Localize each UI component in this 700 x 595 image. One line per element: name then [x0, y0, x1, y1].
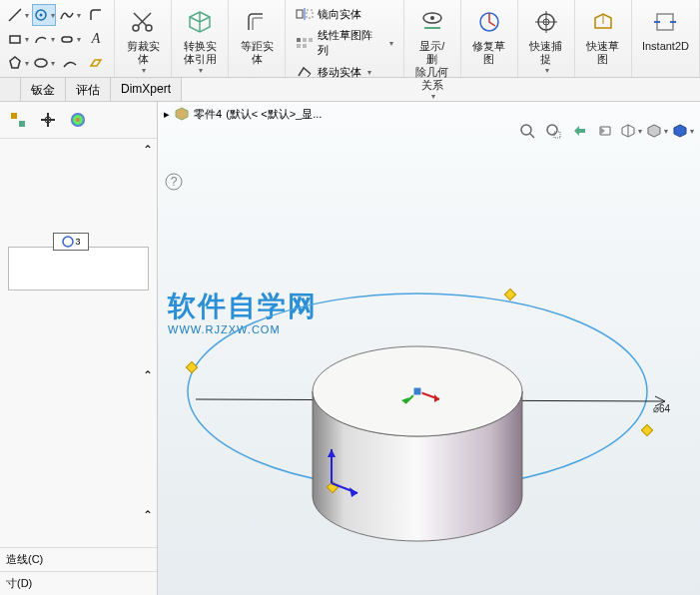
circle-dim-icon — [61, 235, 75, 249]
sketch-handle[interactable] — [641, 424, 652, 435]
svg-line-0 — [9, 9, 21, 21]
svg-rect-18 — [303, 44, 307, 48]
polygon-tool[interactable]: ▾ — [6, 52, 30, 74]
slot-tool[interactable]: ▾ — [58, 28, 82, 50]
svg-marker-5 — [10, 57, 20, 68]
svg-rect-12 — [307, 10, 313, 18]
rapid-sketch-icon — [587, 6, 619, 38]
target-icon — [530, 6, 562, 38]
offset-icon — [241, 6, 273, 38]
tab-dimxpert[interactable]: DimXpert — [111, 78, 182, 101]
svg-point-2 — [40, 14, 43, 17]
rectangle-tool[interactable]: ▾ — [6, 28, 30, 50]
property-manager-icon[interactable] — [36, 108, 60, 132]
inch-option[interactable]: 寸(D) — [0, 571, 157, 595]
scissors-icon — [127, 6, 159, 38]
ribbon: ▾ ▾ ▾ ▾ ▾ ▾ A ▾ ▾ 剪裁实 体 ▾ — [0, 0, 700, 78]
sketch-tools-group: ▾ ▾ ▾ ▾ ▾ ▾ A ▾ ▾ — [0, 0, 115, 77]
tab-evaluate[interactable]: 评估 — [66, 78, 111, 101]
feature-manager-panel: ⌃ 3 ⌃ ⌃ 造线(C) 寸(D) — [0, 102, 158, 595]
feature-tree-icon[interactable] — [6, 108, 30, 132]
move-entities-button[interactable]: 移动实体▾ — [292, 62, 397, 82]
selection-box[interactable] — [8, 247, 149, 291]
graphics-viewport[interactable]: ▸ 零件4 (默认< <默认>_显... ▾ ▾ ▾ ? 软件自学网 WWW.R… — [158, 102, 700, 595]
tab-hidden[interactable] — [0, 78, 21, 101]
mirror-icon — [296, 6, 314, 22]
move-icon — [296, 64, 314, 80]
eye-relation-icon — [416, 6, 448, 38]
repair-sketch-button[interactable]: 修复草 图 — [465, 2, 513, 70]
svg-point-20 — [430, 16, 434, 20]
svg-rect-31 — [19, 121, 25, 127]
svg-rect-16 — [309, 38, 313, 42]
instant2d-button[interactable]: Instant2D — [636, 2, 695, 57]
convert-entities-button[interactable]: 转换实 体引用 ▾ — [176, 2, 224, 79]
sketch-handle[interactable] — [504, 289, 515, 299]
svg-rect-3 — [10, 36, 20, 43]
panel-icon-row — [0, 102, 157, 139]
main-area: ⌃ 3 ⌃ ⌃ 造线(C) 寸(D) ▸ 零件4 (默认< <默认>_显... — [0, 102, 700, 595]
svg-rect-15 — [303, 38, 307, 42]
line-tool[interactable]: ▾ — [6, 4, 30, 26]
svg-point-6 — [35, 59, 47, 67]
ellipse-tool[interactable]: ▾ — [32, 52, 56, 74]
fillet-tool[interactable] — [84, 4, 108, 26]
linear-pattern-button[interactable]: 线性草图阵列▾ — [292, 26, 397, 60]
offset-entities-button[interactable]: 等距实 体 — [233, 2, 281, 70]
rapid-sketch-button[interactable]: 快速草 图 — [579, 2, 627, 70]
model-scene — [158, 102, 700, 595]
circle-tool[interactable]: ▾ — [32, 4, 56, 26]
panel-body: ⌃ 3 ⌃ ⌃ — [0, 139, 157, 547]
quick-snap-button[interactable]: 快速捕 捉 ▾ — [522, 2, 570, 79]
svg-rect-4 — [62, 37, 72, 42]
arc-tool[interactable]: ▾ — [32, 28, 56, 50]
chevron-down-icon: ▾ — [142, 66, 146, 75]
dimension-value[interactable]: ⌀64 — [653, 403, 670, 414]
construction-line-option[interactable]: 造线(C) — [0, 547, 157, 571]
appearance-icon[interactable] — [66, 108, 90, 132]
svg-point-36 — [63, 237, 73, 247]
trim-entities-button[interactable]: 剪裁实 体 ▾ — [119, 2, 167, 79]
trim-group: 剪裁实 体 ▾ — [115, 0, 172, 77]
point-tool[interactable] — [58, 52, 82, 74]
dimension-badge[interactable]: 3 — [53, 233, 89, 251]
svg-point-35 — [71, 113, 85, 127]
text-tool[interactable]: A — [84, 28, 108, 50]
tab-sheet-metal[interactable]: 钣金 — [21, 78, 66, 101]
mirror-entities-button[interactable]: 镜向实体 — [292, 4, 397, 24]
plane-tool[interactable] — [84, 52, 108, 74]
collapse-icon-2[interactable]: ⌃ — [143, 368, 153, 382]
trim-label: 剪裁实 体 — [127, 40, 160, 66]
cube-icon — [184, 6, 216, 38]
display-relations-button[interactable]: 显示/删 除几何 关系 ▾ — [408, 2, 456, 105]
repair-icon — [473, 6, 505, 38]
instant2d-icon — [649, 6, 681, 38]
collapse-icon[interactable]: ⌃ — [143, 143, 153, 157]
svg-rect-50 — [413, 387, 421, 395]
svg-rect-30 — [11, 113, 17, 119]
svg-rect-14 — [297, 38, 301, 42]
spline-tool[interactable]: ▾ — [58, 4, 82, 26]
sketch-handle[interactable] — [186, 361, 197, 372]
svg-rect-11 — [297, 10, 303, 18]
collapse-icon-3[interactable]: ⌃ — [143, 508, 153, 522]
pattern-icon — [296, 35, 314, 51]
svg-line-44 — [655, 396, 665, 401]
svg-rect-17 — [297, 44, 301, 48]
